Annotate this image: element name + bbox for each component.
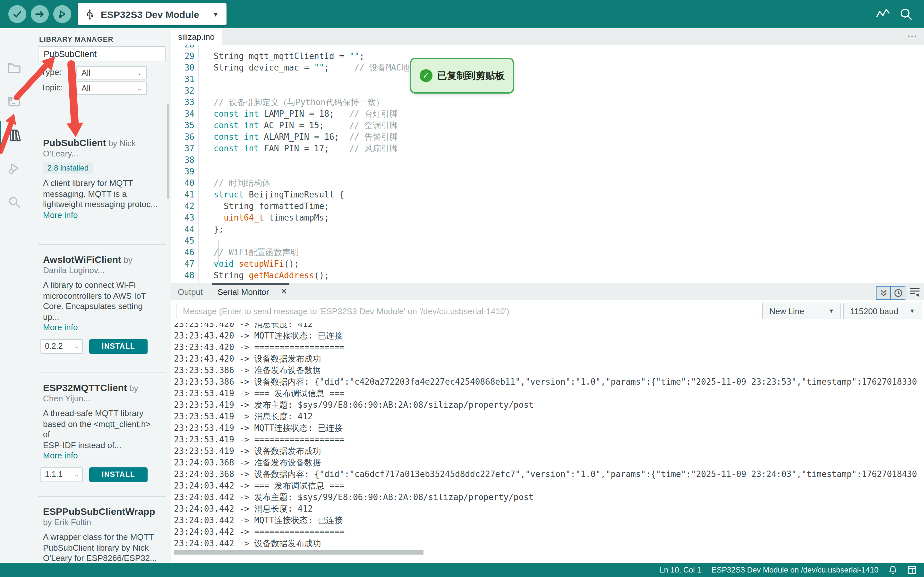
horizontal-scrollbar[interactable] — [174, 550, 423, 554]
divider — [38, 101, 166, 101]
editor-tabbar: silizap.ino ⋯ — [171, 28, 924, 45]
upload-button[interactable] — [31, 5, 49, 23]
close-icon[interactable]: ✕ — [280, 287, 288, 296]
library-card[interactable]: ESP32MQTTClient byChen Yijun...A thread-… — [43, 382, 160, 482]
line-number: 35 — [171, 120, 194, 131]
install-button[interactable]: INSTALL — [89, 467, 148, 482]
install-button[interactable]: INSTALL — [89, 339, 148, 354]
tab-serial-monitor-label: Serial Monitor — [218, 287, 269, 297]
library-author-line2: Chen Yijun... — [43, 393, 160, 404]
code-line: 48String getMacAddress(); — [171, 270, 924, 282]
autoscroll-toggle[interactable] — [876, 286, 891, 300]
cursor-position[interactable]: Ln 10, Col 1 — [660, 566, 701, 574]
code-line: 33// 设备引脚定义（与Python代码保持一致） — [171, 97, 924, 108]
board-selector-label: ESP32S3 Dev Module — [101, 9, 199, 19]
bottom-panel: Output Serial Monitor ✕ — [171, 283, 924, 564]
code-line: 34const int LAMP_PIN = 18; // 台灯引脚 — [171, 108, 924, 120]
type-filter-select[interactable]: All ⌄ — [76, 66, 147, 79]
chevron-down-icon: ▼ — [829, 308, 834, 314]
log-line: 23:24:03.442 -> 消息长度: 412 — [174, 503, 924, 515]
clock-icon — [893, 288, 903, 298]
log-line: 23:23:53.386 -> 准备发布设备数据 — [174, 365, 924, 376]
code-line: 41struct BeijingTimeResult { — [171, 189, 924, 201]
serial-monitor-button[interactable] — [898, 6, 914, 22]
more-info-link[interactable]: More info — [43, 451, 160, 461]
more-info-link[interactable]: More info — [43, 322, 160, 333]
sidebar-item-boards-manager[interactable] — [0, 88, 28, 116]
library-author: by — [127, 384, 138, 393]
serial-message-input[interactable] — [176, 303, 760, 319]
version-select[interactable]: 1.1.1⌄ — [40, 467, 83, 482]
library-author-line2: by Erik Foltin — [43, 517, 160, 528]
arrow-right-icon — [35, 9, 45, 19]
more-info-link[interactable]: More info — [43, 210, 160, 221]
panel-toggle-button[interactable] — [907, 566, 916, 574]
library-results-list: PubSubClient by NickO'Leary...2.8 instal… — [28, 104, 171, 563]
tab-output[interactable]: Output — [178, 284, 203, 300]
sidebar-item-search[interactable] — [0, 188, 28, 216]
check-icon — [12, 9, 23, 19]
library-author-line2: Danila Loginov... — [43, 265, 160, 276]
chevron-down-icon: ⌄ — [137, 85, 142, 91]
chevron-down-icon: ⌄ — [74, 343, 79, 350]
line-number: 48 — [171, 270, 194, 282]
activity-bar — [0, 28, 29, 563]
clear-output-button[interactable] — [909, 287, 920, 297]
version-select[interactable]: 0.2.2⌄ — [40, 339, 83, 354]
code-line: 30String device_mac = ""; // 设备MAC地址 — [171, 62, 924, 74]
serial-log[interactable]: 23:23:43.420 -> 消息长度: 41223:23:43.420 ->… — [171, 323, 924, 550]
line-number: 39 — [171, 166, 194, 177]
window-panel-icon — [907, 566, 916, 574]
code-line: 28 — [171, 45, 924, 51]
panel-header: Output Serial Monitor ✕ — [171, 284, 924, 300]
tab-silizap-ino[interactable]: silizap.ino — [171, 28, 222, 45]
type-filter-label: Type: — [41, 67, 61, 77]
baud-rate-select[interactable]: 115200 baud ▼ — [843, 303, 921, 319]
log-line: 23:24:03.442 -> 设备数据发布成功 — [174, 538, 924, 550]
chevron-down-icon: ▼ — [212, 11, 219, 18]
line-number: 42 — [171, 201, 194, 212]
board-selector[interactable]: ESP32S3 Dev Module ▼ — [78, 3, 226, 25]
usb-icon — [86, 8, 94, 20]
serial-plotter-button[interactable] — [875, 6, 891, 22]
library-card[interactable]: PubSubClient by NickO'Leary...2.8 instal… — [43, 137, 160, 221]
version-value: 1.1.1 — [45, 470, 63, 479]
verify-button[interactable] — [8, 5, 26, 23]
topic-filter-select[interactable]: All ⌄ — [76, 81, 147, 95]
baud-rate-value: 115200 baud — [850, 306, 898, 316]
log-line: 23:23:53.419 -> MQTT连接状态: 已连接 — [174, 422, 924, 434]
panel-title: LIBRARY MANAGER — [39, 35, 113, 43]
sidebar-item-library-manager[interactable] — [0, 121, 29, 149]
search-icon — [6, 194, 22, 210]
line-number: 43 — [171, 212, 194, 224]
log-line: 23:23:53.386 -> 设备数据内容: {"did":"c420a272… — [174, 376, 924, 388]
library-search-input[interactable] — [38, 46, 166, 62]
tab-more-menu[interactable]: ⋯ — [907, 30, 918, 42]
library-description: A client library for MQTTmessaging. MQTT… — [43, 178, 160, 221]
code-line: 37const int FAN_PIN = 17; // 风扇引脚 — [171, 143, 924, 155]
library-card[interactable]: ESPPubSubClientWrappby Erik FoltinA wrap… — [43, 506, 160, 563]
status-bar: Ln 10, Col 1 ESP32S3 Dev Module on /dev/… — [0, 563, 924, 577]
code-line: 43 uint64_t timestampMs; — [171, 212, 924, 224]
type-filter-value: All — [81, 68, 90, 77]
divider — [38, 244, 166, 245]
tab-serial-monitor[interactable]: Serial Monitor — [218, 284, 269, 300]
toolbar: ESP32S3 Dev Module ▼ — [0, 0, 924, 28]
code-editor[interactable]: 2829String mqtt_mqttClientId = "";30Stri… — [171, 45, 924, 283]
notifications-button[interactable] — [889, 565, 897, 575]
clipboard-toast: ✓ 已复制到剪贴板 — [410, 58, 514, 93]
sidebar-item-debug[interactable] — [0, 155, 28, 183]
double-chevron-down-icon — [879, 288, 888, 298]
indent-guide — [218, 240, 219, 263]
sidebar-item-sketchbook[interactable] — [0, 54, 28, 82]
timestamp-toggle[interactable] — [891, 286, 905, 300]
line-number: 37 — [171, 143, 194, 155]
line-ending-select[interactable]: New Line ▼ — [762, 303, 841, 319]
code-line: 36const int ALARM_PIN = 16; // 告警引脚 — [171, 131, 924, 143]
debug-button[interactable] — [53, 5, 71, 23]
log-line: 23:24:03.442 -> ================== — [174, 526, 924, 538]
library-card[interactable]: AwsIotWiFiClient byDanila Loginov...A li… — [43, 254, 160, 354]
chevron-down-icon: ⌄ — [137, 69, 142, 76]
board-port-status[interactable]: ESP32S3 Dev Module on /dev/cu.usbserial-… — [712, 566, 879, 574]
library-name: ESP32MQTTClient — [43, 382, 127, 393]
